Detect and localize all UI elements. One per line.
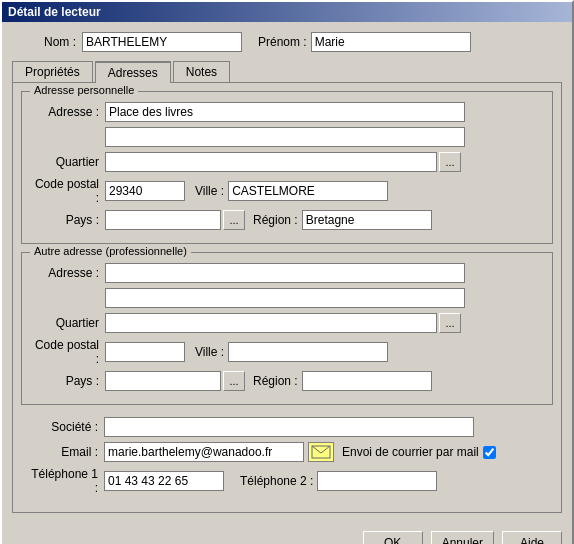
personal-ville-input[interactable] [228, 181, 388, 201]
nom-label: Nom : [12, 35, 82, 49]
personal-quartier-input[interactable] [105, 152, 437, 172]
personal-quartier-label: Quartier [30, 155, 105, 169]
telephone-row: Téléphone 1 : Téléphone 2 : [29, 467, 545, 495]
ok-button[interactable]: OK [363, 531, 423, 544]
pro-codepostal-row: Code postal : Ville : [30, 338, 544, 366]
tab-content-adresses: Adresse personnelle Adresse : Quartier [12, 82, 562, 513]
tel2-label: Téléphone 2 : [240, 474, 313, 488]
prenom-label: Prénom : [258, 35, 311, 49]
header-nom-row: Nom : Prénom : [12, 32, 562, 52]
title-bar: Détail de lecteur [2, 2, 572, 22]
pro-adresse-input1[interactable] [105, 263, 465, 283]
email-row: Email : Envoi de courrier par mail [29, 442, 545, 462]
pro-adresse-label: Adresse : [30, 266, 105, 280]
group-title-pro: Autre adresse (professionnelle) [30, 245, 191, 257]
personal-ville-label: Ville : [195, 184, 228, 198]
email-input[interactable] [104, 442, 304, 462]
societe-label: Société : [29, 420, 104, 434]
pro-pays-row: Pays : ... Région : [30, 371, 544, 391]
personal-codepostal-label: Code postal : [30, 177, 105, 205]
group-adresse-pro: Autre adresse (professionnelle) Adresse … [21, 252, 553, 405]
pro-quartier-row: Quartier ... [30, 313, 544, 333]
group-title-personal: Adresse personnelle [30, 84, 138, 96]
pro-pays-input[interactable] [105, 371, 221, 391]
pro-ville-label: Ville : [195, 345, 228, 359]
envoi-label: Envoi de courrier par mail [342, 445, 479, 459]
pro-ville-input[interactable] [228, 342, 388, 362]
personal-region-label: Région : [253, 213, 302, 227]
personal-adresse-row1: Adresse : [30, 102, 544, 122]
email-icon-btn[interactable] [308, 442, 334, 462]
personal-quartier-btn[interactable]: ... [439, 152, 461, 172]
pro-codepostal-label: Code postal : [30, 338, 105, 366]
pro-adresse-input2[interactable] [105, 288, 465, 308]
pro-region-label: Région : [253, 374, 302, 388]
prenom-input[interactable] [311, 32, 471, 52]
tel2-input[interactable] [317, 471, 437, 491]
personal-adresse-row2 [30, 127, 544, 147]
pro-adresse-row1: Adresse : [30, 263, 544, 283]
personal-adresse-label: Adresse : [30, 105, 105, 119]
pro-region-input[interactable] [302, 371, 432, 391]
pro-quartier-input[interactable] [105, 313, 437, 333]
personal-quartier-row: Quartier ... [30, 152, 544, 172]
personal-pays-input[interactable] [105, 210, 221, 230]
envoi-checkbox[interactable] [483, 446, 496, 459]
personal-codepostal-input[interactable] [105, 181, 185, 201]
societe-row: Société : [29, 417, 545, 437]
personal-adresse-input2[interactable] [105, 127, 465, 147]
pro-quartier-btn[interactable]: ... [439, 313, 461, 333]
group-adresse-personnelle: Adresse personnelle Adresse : Quartier [21, 91, 553, 244]
personal-pays-row: Pays : ... Région : [30, 210, 544, 230]
societe-input[interactable] [104, 417, 474, 437]
personal-pays-label: Pays : [30, 213, 105, 227]
bottom-section: Société : Email : Envoi de courrier par … [21, 413, 553, 504]
annuler-button[interactable]: Annuler [431, 531, 494, 544]
tab-bar: Propriétés Adresses Notes [12, 60, 562, 82]
tel1-input[interactable] [104, 471, 224, 491]
nom-input[interactable] [82, 32, 242, 52]
personal-region-input[interactable] [302, 210, 432, 230]
pro-pays-label: Pays : [30, 374, 105, 388]
personal-adresse-input1[interactable] [105, 102, 465, 122]
tab-notes[interactable]: Notes [173, 61, 230, 83]
pro-adresse-row2 [30, 288, 544, 308]
pro-quartier-label: Quartier [30, 316, 105, 330]
tab-adresses[interactable]: Adresses [95, 61, 171, 83]
pro-codepostal-input[interactable] [105, 342, 185, 362]
tel1-label: Téléphone 1 : [29, 467, 104, 495]
button-row: OK Annuler Aide [2, 523, 572, 544]
personal-pays-btn[interactable]: ... [223, 210, 245, 230]
personal-codepostal-row: Code postal : Ville : [30, 177, 544, 205]
aide-button[interactable]: Aide [502, 531, 562, 544]
email-label: Email : [29, 445, 104, 459]
dialog-window: Détail de lecteur Nom : Prénom : Proprié… [0, 0, 574, 544]
window-title: Détail de lecteur [8, 5, 101, 19]
tab-proprietes[interactable]: Propriétés [12, 61, 93, 83]
pro-pays-btn[interactable]: ... [223, 371, 245, 391]
